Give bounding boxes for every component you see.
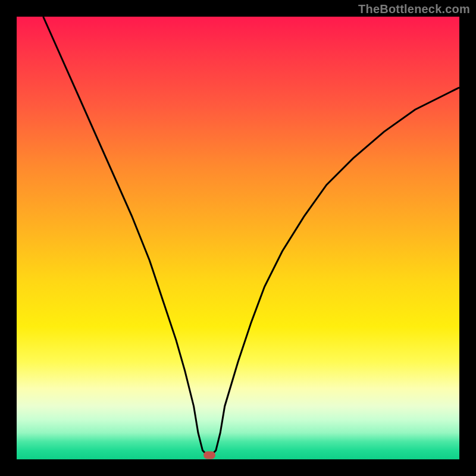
chart-frame: TheBottleneck.com [0, 0, 476, 476]
plot-area [17, 17, 459, 459]
watermark-text: TheBottleneck.com [358, 2, 470, 16]
bottleneck-curve [17, 17, 459, 459]
optimal-point-marker [203, 451, 215, 459]
curve-path [43, 17, 459, 455]
